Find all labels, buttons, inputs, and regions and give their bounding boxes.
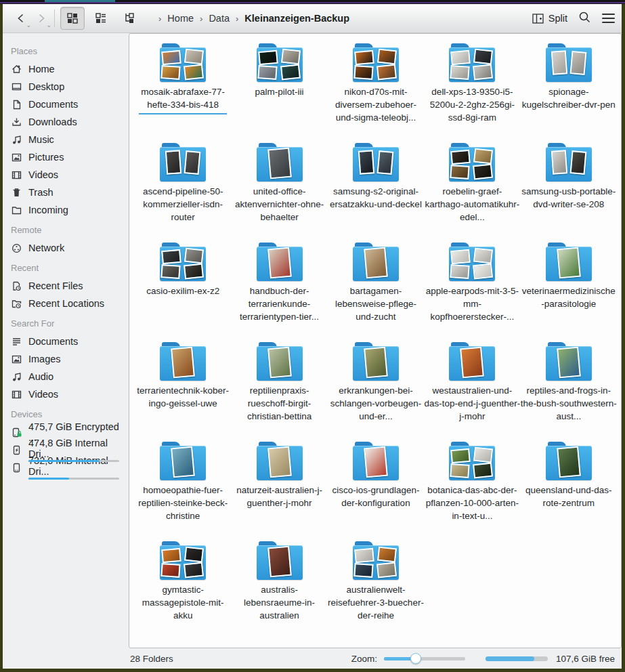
- sidebar-item-videos[interactable]: Videos: [9, 166, 125, 184]
- breadcrumb-item[interactable]: Data: [209, 13, 230, 24]
- sidebar-item-audio[interactable]: Audio: [9, 368, 125, 385]
- sidebar-item-pictures[interactable]: Pictures: [9, 148, 125, 166]
- photo-thumbnail: [161, 264, 181, 279]
- places-panel: PlacesHomeDesktopDocumentsDownloadsMusic…: [3, 33, 129, 648]
- menu-button[interactable]: [602, 14, 615, 24]
- folder-item[interactable]: terrarientechnik-kober-ingo-geissel-uwe: [135, 341, 231, 440]
- folder-item[interactable]: naturzeit-australien-j-guenther-j-mohr: [231, 440, 327, 540]
- sidebar-item-label: Audio: [28, 371, 53, 382]
- sidebar-item-videos[interactable]: Videos: [9, 385, 125, 403]
- sidebar-section-header: Recent: [11, 263, 125, 273]
- folder-name: samsung-s2-original-ersatzakku-und-decke…: [328, 185, 424, 211]
- folder-item[interactable]: dell-xps-13-9350-i5-5200u-2-2ghz-256gi-s…: [424, 42, 520, 142]
- music-icon: [11, 371, 22, 383]
- sidebar-item-label: Recent Locations: [28, 298, 104, 309]
- photo-thumbnail: [353, 65, 373, 80]
- folder-name: gymtastic-massagepistole-mit-akku: [135, 583, 231, 622]
- back-button[interactable]: ⌄: [11, 9, 31, 28]
- sidebar-item-recent-locations[interactable]: Recent Locations: [9, 295, 125, 312]
- sidebar-item-recent-files[interactable]: Recent Files: [9, 277, 125, 295]
- sidebar-item-incoming[interactable]: Incoming: [9, 201, 125, 219]
- network-icon: [11, 243, 22, 254]
- sidebar-item-home[interactable]: Home: [9, 60, 125, 78]
- folder-name: roebelin-graef-karthago-automatikuhr-ede…: [424, 185, 520, 224]
- folder-icon: [353, 143, 399, 182]
- folder-icon: [160, 243, 206, 281]
- folder-item[interactable]: australis-lebensraeume-in-australien: [231, 540, 327, 639]
- folder-item[interactable]: gymtastic-massagepistole-mit-akku: [135, 540, 231, 639]
- search-button[interactable]: [578, 11, 591, 26]
- folder-item[interactable]: samsung-s2-original-ersatzakku-und-decke…: [328, 142, 424, 241]
- folder-item[interactable]: apple-earpods-mit-3-5-mm-kopfhoerersteck…: [424, 241, 520, 341]
- folder-item[interactable]: palm-pilot-iii: [231, 42, 327, 142]
- folder-item[interactable]: nikon-d70s-mit-diversem-zubehoer-und-sig…: [328, 42, 424, 142]
- sidebar-item-images[interactable]: Images: [9, 350, 125, 368]
- split-label: Split: [548, 13, 567, 24]
- details-view-button[interactable]: [89, 7, 113, 30]
- photo-thumbnail: [184, 248, 204, 264]
- photo-thumbnail: [451, 150, 471, 165]
- sidebar-item-label: Videos: [28, 389, 58, 400]
- folder-name: homoeopathie-fuer-reptilien-steinke-beck…: [135, 484, 231, 522]
- breadcrumb-item[interactable]: Home: [167, 13, 194, 24]
- photo-thumbnail: [364, 247, 388, 279]
- folder-item[interactable]: botanica-das-abc-der-pflanzen-10-000-art…: [424, 440, 520, 540]
- folder-item[interactable]: westaustralien-und-das-top-end-j-guenthe…: [424, 341, 520, 440]
- back-history-caret[interactable]: ⌄: [26, 22, 31, 28]
- photo-thumbnail: [569, 150, 586, 175]
- photo-thumbnail: [450, 165, 470, 180]
- sidebar-item-downloads[interactable]: Downloads: [9, 113, 125, 131]
- zoom-slider-handle[interactable]: [410, 653, 421, 664]
- folder-item[interactable]: casio-exilim-ex-z2: [135, 241, 231, 341]
- folder-item[interactable]: spionage-kugelschreiber-dvr-pen: [521, 42, 617, 142]
- folder-item[interactable]: reptiles-and-frogs-in-the-bush-southwest…: [521, 341, 617, 440]
- folder-item[interactable]: reptilienpraxis-rueschoff-birgit-christi…: [231, 341, 327, 440]
- folder-name: samsung-usb-portable-dvd-writer-se-208: [521, 185, 617, 211]
- folder-item[interactable]: handbuch-der-terrarienkunde-terrarientyp…: [231, 241, 327, 341]
- folder-name: nikon-d70s-mit-diversem-zubehoer-und-sig…: [328, 85, 424, 124]
- folder-item[interactable]: erkrankungen-bei-schlangen-vorbeugen-und…: [328, 341, 424, 440]
- folder-item[interactable]: queensland-und-das-rote-zentrum: [521, 440, 617, 540]
- folder-icon: [449, 43, 495, 82]
- sidebar-item-network[interactable]: Network: [9, 239, 125, 257]
- sidebar-item-desktop[interactable]: Desktop: [9, 78, 125, 96]
- sidebar-item-music[interactable]: Music: [9, 131, 125, 148]
- zoom-slider[interactable]: [384, 653, 465, 664]
- photo-thumbnail: [473, 264, 493, 280]
- device-usage-bar: [28, 460, 119, 462]
- photo-thumbnail: [184, 562, 204, 579]
- folder-name: ascend-pipeline-50-kommerzieller-isdn-ro…: [135, 185, 231, 224]
- folder-item[interactable]: roebelin-graef-karthago-automatikuhr-ede…: [424, 142, 520, 241]
- folder-item[interactable]: mosaik-abrafaxe-77-hefte-334-bis-418: [135, 42, 231, 142]
- photo-thumbnail: [184, 64, 204, 81]
- folder-item[interactable]: veterinaermedizinische-parasitologie: [521, 241, 617, 341]
- split-button[interactable]: Split: [532, 13, 567, 24]
- folder-item[interactable]: united-office-aktenvernichter-ohne-behae…: [231, 142, 327, 241]
- photo-thumbnail: [267, 247, 292, 279]
- sidebar-item-trash[interactable]: Trash: [9, 184, 125, 201]
- breadcrumb-separator: ›: [236, 14, 238, 24]
- folder-item[interactable]: homoeopathie-fuer-reptilien-steinke-beck…: [135, 440, 231, 540]
- tree-view-button[interactable]: [117, 7, 142, 30]
- sidebar-item-documents[interactable]: Documents: [9, 333, 125, 350]
- icons-view-button[interactable]: [60, 7, 85, 30]
- folder-item[interactable]: australienwelt-reisefuehrer-3-buecher-de…: [328, 540, 424, 639]
- breadcrumb-item[interactable]: Kleinanzeigen-Backup: [244, 13, 349, 24]
- screenshot-frame: ⌄ ⌄: [0, 0, 625, 672]
- forward-history-caret[interactable]: ⌄: [46, 22, 51, 28]
- folder-item[interactable]: bartagamen-lebensweise-pflege-und-zucht: [328, 241, 424, 341]
- sidebar-section-header: Remote: [11, 225, 125, 235]
- photo-thumbnail: [161, 563, 181, 578]
- folder-item[interactable]: samsung-usb-portable-dvd-writer-se-208: [521, 142, 617, 241]
- download-icon: [11, 117, 22, 128]
- forward-button[interactable]: ⌄: [31, 9, 51, 28]
- drive-locked-icon: [11, 427, 22, 438]
- list-icon: [11, 336, 22, 348]
- sidebar-item-documents[interactable]: Documents: [9, 96, 125, 113]
- photo-thumbnail: [473, 49, 493, 65]
- folder-item[interactable]: ascend-pipeline-50-kommerzieller-isdn-ro…: [135, 142, 231, 241]
- folder-name: terrarientechnik-kober-ingo-geissel-uwe: [135, 384, 231, 410]
- folder-name: reptiles-and-frogs-in-the-bush-southwest…: [521, 384, 617, 423]
- photo-thumbnail: [358, 150, 374, 174]
- folder-item[interactable]: cisco-ios-grundlagen-der-konfiguration: [328, 440, 424, 540]
